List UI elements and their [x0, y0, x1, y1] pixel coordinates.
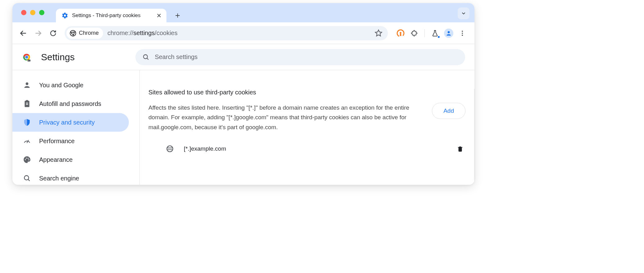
sidebar-item-label: Performance — [39, 138, 75, 145]
window-minimize-button[interactable] — [30, 10, 35, 15]
reload-button[interactable] — [47, 27, 60, 40]
tab-close-icon[interactable] — [156, 12, 162, 19]
browser-toolbar: Chrome chrome://settings/cookies — [12, 22, 474, 44]
section-description: Affects the sites listed here. Inserting… — [148, 103, 422, 132]
browser-window: Settings - Third-party cookies Chrome ch… — [12, 3, 474, 185]
svg-text:Beta: Beta — [28, 60, 30, 61]
palette-icon — [23, 156, 31, 164]
sidebar-item-privacy[interactable]: Privacy and security — [12, 113, 129, 132]
sidebar-item-appearance[interactable]: Appearance — [12, 150, 129, 169]
svg-point-13 — [143, 55, 147, 59]
svg-point-6 — [462, 33, 463, 34]
search-icon — [23, 174, 31, 182]
dots-vertical-icon — [459, 30, 466, 37]
sidebar-item-label: Search engine — [39, 175, 79, 182]
allowed-site-row: [*.]example.com — [148, 140, 465, 157]
tab-search-button[interactable] — [458, 7, 469, 19]
svg-point-7 — [462, 34, 463, 36]
settings-body: You and Google Autofill and passwords Pr… — [12, 70, 474, 185]
omnibox-chip-label: Chrome — [79, 30, 99, 36]
extensions-button[interactable] — [410, 29, 419, 38]
site-pattern: [*.]example.com — [184, 145, 457, 152]
svg-point-18 — [28, 159, 29, 160]
reload-icon — [49, 30, 57, 37]
chrome-mono-icon — [70, 30, 76, 37]
clipboard-icon — [23, 100, 31, 108]
chrome-logo-icon: Beta — [22, 52, 32, 62]
svg-point-14 — [26, 82, 29, 85]
tab-strip: Settings - Third-party cookies — [12, 3, 474, 22]
tab-title: Settings - Third-party cookies — [72, 12, 154, 19]
search-settings-input[interactable] — [155, 53, 458, 61]
sidebar-item-you-and-google[interactable]: You and Google — [12, 76, 129, 94]
svg-point-5 — [462, 30, 463, 32]
svg-point-19 — [24, 175, 29, 180]
address-bar[interactable]: Chrome chrome://settings/cookies — [65, 26, 388, 40]
sidebar-item-search-engine[interactable]: Search engine — [12, 169, 129, 185]
settings-header: Beta Settings — [12, 44, 474, 70]
window-close-button[interactable] — [21, 10, 26, 15]
settings-sidebar: You and Google Autofill and passwords Pr… — [12, 70, 140, 185]
plus-icon — [175, 12, 181, 19]
browser-menu-button[interactable] — [458, 29, 467, 38]
cookies-section: Sites allowed to use third-party cookies… — [148, 89, 474, 185]
labs-button[interactable] — [430, 29, 440, 38]
section-title: Sites allowed to use third-party cookies — [148, 89, 465, 96]
arrow-left-icon — [19, 29, 27, 37]
person-icon — [23, 81, 31, 89]
window-maximize-button[interactable] — [39, 10, 44, 15]
forward-button[interactable] — [32, 27, 45, 40]
sidebar-item-performance[interactable]: Performance — [12, 132, 129, 150]
add-button-label: Add — [443, 107, 454, 114]
back-button[interactable] — [17, 27, 30, 40]
settings-gear-favicon-icon — [61, 12, 68, 19]
avatar-icon — [444, 29, 453, 38]
page-title: Settings — [41, 52, 75, 62]
chevron-down-icon — [461, 11, 466, 16]
openvpn-extension-icon[interactable] — [396, 29, 405, 38]
profile-button[interactable] — [444, 29, 453, 38]
add-site-button[interactable]: Add — [432, 103, 465, 119]
shield-icon — [23, 118, 31, 126]
sidebar-item-label: Autofill and passwords — [39, 100, 101, 107]
arrow-right-icon — [34, 29, 42, 37]
browser-tab[interactable]: Settings - Third-party cookies — [56, 9, 166, 22]
window-controls — [21, 10, 44, 15]
sidebar-item-label: You and Google — [39, 82, 84, 89]
globe-icon — [166, 145, 174, 153]
toolbar-separator — [424, 29, 425, 37]
toolbar-actions — [393, 29, 470, 38]
speedometer-icon — [23, 137, 31, 145]
omnibox-site-chip[interactable]: Chrome — [66, 28, 103, 39]
sidebar-item-label: Appearance — [39, 156, 73, 163]
search-icon — [142, 53, 150, 61]
svg-point-16 — [26, 158, 27, 159]
sidebar-item-label: Privacy and security — [39, 119, 95, 126]
new-tab-button[interactable] — [172, 10, 183, 21]
puzzle-icon — [410, 30, 418, 37]
delete-icon[interactable] — [457, 145, 464, 152]
sidebar-item-autofill[interactable]: Autofill and passwords — [12, 94, 129, 113]
settings-content: Sites allowed to use third-party cookies… — [140, 70, 474, 185]
svg-point-17 — [28, 158, 29, 159]
search-settings-bar[interactable] — [135, 49, 465, 65]
omnibox-url: chrome://settings/cookies — [107, 30, 374, 37]
svg-point-4 — [448, 31, 450, 33]
section-description-row: Affects the sites listed here. Inserting… — [148, 103, 465, 132]
svg-point-15 — [25, 159, 26, 160]
bookmark-star-icon[interactable] — [374, 29, 383, 38]
